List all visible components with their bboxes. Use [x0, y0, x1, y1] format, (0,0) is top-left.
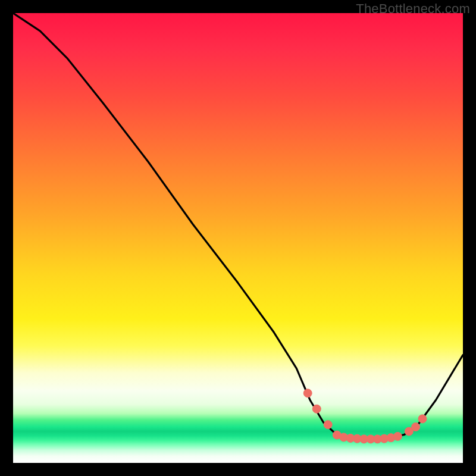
curve-marker: [324, 421, 332, 429]
curve-marker: [393, 432, 402, 440]
watermark-text: TheBottleneck.com: [356, 1, 470, 17]
curve-marker: [418, 415, 427, 423]
curve-marker: [303, 389, 312, 397]
curve-marker: [412, 423, 420, 431]
curve-line: [13, 13, 463, 439]
chart-overlay: [13, 13, 463, 463]
curve-markers: [303, 389, 427, 443]
curve-marker: [312, 405, 321, 413]
chart-frame: TheBottleneck.com: [0, 0, 476, 476]
